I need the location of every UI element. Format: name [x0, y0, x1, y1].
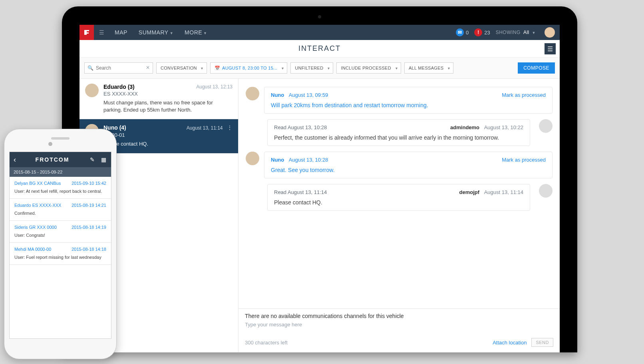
nav-map[interactable]: MAP — [109, 29, 133, 36]
message-thread: Nuno August 13, 09:59 Mark as processed … — [239, 79, 560, 308]
conversation-time: August 13, 11:14 — [187, 125, 223, 131]
message-from: Nuno — [271, 92, 284, 98]
phone-item-msg: User: Congrats! — [14, 233, 106, 238]
caret-down-icon: ▼ — [170, 31, 173, 35]
message-driver: Nuno August 13, 10:28 Mark as processed … — [246, 152, 553, 178]
phone-item-msg: Confirmed. — [14, 211, 106, 216]
alert-icon: ! — [474, 28, 482, 36]
app-screen: ☰ MAP SUMMARY▼ MORE▼ ✉ 0 ! 23 SHOWING Al… — [80, 25, 560, 352]
filter-allmessages[interactable]: ALL MESSAGES — [404, 62, 454, 74]
mark-processed-link[interactable]: Mark as processed — [502, 157, 546, 163]
hamburger-icon[interactable]: ☰ — [94, 29, 109, 36]
conversation-snippet: Please contact HQ. — [103, 140, 233, 148]
message-from: admindemo — [450, 124, 479, 130]
conversation-sub: ES XXXX-XXX — [103, 91, 233, 97]
phone-item-name: Eduardo ES XXXX-XXX — [14, 203, 61, 208]
message-from: Nuno — [271, 157, 284, 163]
thread-panel: Nuno August 13, 09:59 Mark as processed … — [239, 79, 560, 352]
mail-count: 0 — [466, 30, 469, 36]
phone-list-item[interactable]: Sideris GR XXX 00002015-08-18 14:19 User… — [10, 221, 111, 243]
avatar — [539, 184, 553, 198]
phone-list: Delyan BG XX CANBus2015-09-10 15:42 User… — [10, 177, 111, 338]
composer: There are no available communications ch… — [239, 308, 560, 352]
no-channel-warning: There are no available communications ch… — [245, 313, 553, 319]
user-avatar[interactable] — [545, 27, 555, 38]
brand-logo-icon — [83, 29, 90, 36]
caret-down-icon: ▼ — [203, 31, 207, 35]
alert-badge[interactable]: ! 23 — [474, 28, 490, 36]
alert-count: 23 — [484, 30, 490, 36]
message-read: Read August 13, 10:28 — [274, 124, 327, 130]
phone-list-item[interactable]: Delyan BG XX CANBus2015-09-10 15:42 User… — [10, 177, 111, 199]
message-bubble: Read August 13, 11:14 demojpf August 13,… — [267, 184, 530, 211]
filter-bar: 🔍 ✕ CONVERSATION 📅 AUGUST 8, 23:00 TO 15… — [80, 58, 560, 79]
page-title: INTERACT — [298, 44, 341, 53]
search-box: 🔍 ✕ — [84, 62, 153, 74]
phone-item-msg: User: Fuel report missing for last wedne… — [14, 255, 106, 260]
composer-placeholder[interactable]: Type your message here — [245, 322, 553, 328]
message-reply: Read August 13, 10:28 admindemo August 1… — [267, 119, 553, 146]
message-bubble: Read August 13, 10:28 admindemo August 1… — [267, 119, 530, 146]
showing-value: All — [523, 30, 529, 35]
phone-item-time: 2015-08-19 14:21 — [72, 203, 106, 208]
back-icon[interactable]: ‹ — [14, 156, 16, 164]
message-time: August 13, 11:14 — [484, 189, 523, 195]
laptop-frame: ☰ MAP SUMMARY▼ MORE▼ ✉ 0 ! 23 SHOWING Al… — [62, 6, 577, 352]
message-text: Please contact HQ. — [274, 199, 523, 206]
conversation-time: August 13, 12:13 — [196, 84, 233, 90]
search-icon: 🔍 — [87, 65, 93, 71]
phone-list-item[interactable]: Mehdi MA 0000-002015-08-18 14:18 User: F… — [10, 243, 111, 265]
nav-summary-label: SUMMARY — [139, 29, 169, 36]
nav-more[interactable]: MORE▼ — [179, 29, 213, 36]
compose-button[interactable]: COMPOSE — [518, 62, 555, 74]
phone-date-range: 2015-08-15 - 2015-09-22 — [10, 167, 111, 177]
calendar-icon: 📅 — [215, 66, 220, 71]
phone-item-time: 2015-08-18 14:19 — [72, 225, 106, 230]
phone-item-time: 2015-08-18 14:18 — [72, 247, 106, 252]
mail-badge[interactable]: ✉ 0 — [456, 28, 469, 36]
char-counter: 300 characters left — [245, 340, 288, 346]
filter-daterange-label: AUGUST 8, 23:00 TO 15... — [222, 66, 277, 70]
conversation-menu-icon[interactable]: ⋮ — [227, 124, 233, 131]
phone-item-time: 2015-09-10 15:42 — [72, 181, 106, 186]
calendar-icon[interactable]: ▦ — [100, 156, 107, 163]
filter-processed[interactable]: INCLUDE PROCESSED — [336, 62, 401, 74]
phone-item-name: Delyan BG XX CANBus — [14, 181, 61, 186]
search-input[interactable] — [84, 62, 153, 74]
filter-daterange[interactable]: 📅 AUGUST 8, 23:00 TO 15... — [210, 62, 287, 74]
avatar — [246, 152, 259, 165]
mark-processed-link[interactable]: Mark as processed — [502, 92, 546, 98]
phone-list-item[interactable]: Eduardo ES XXXX-XXX2015-08-19 14:21 Conf… — [10, 199, 111, 221]
avatar — [246, 87, 259, 100]
phone-header: ‹ FROTCOM ✎ ▦ — [10, 152, 111, 167]
message-read: Read August 13, 11:14 — [274, 189, 327, 195]
brand-logo[interactable] — [80, 25, 94, 40]
filter-unfiltered[interactable]: UNFILTERED — [290, 62, 333, 74]
message-bubble: Nuno August 13, 10:28 Mark as processed … — [264, 152, 553, 178]
avatar — [85, 84, 99, 97]
message-time: August 13, 10:28 — [289, 157, 328, 163]
mail-icon: ✉ — [456, 28, 464, 36]
phone-frame: ‹ FROTCOM ✎ ▦ 2015-08-15 - 2015-09-22 De… — [4, 129, 117, 359]
send-button[interactable]: SEND — [531, 338, 553, 347]
showing-selector[interactable]: SHOWING All ▼ — [496, 30, 536, 35]
phone-screen: ‹ FROTCOM ✎ ▦ 2015-08-15 - 2015-09-22 De… — [9, 152, 111, 339]
main-split: Eduardo (3) August 13, 12:13 ES XXXX-XXX… — [80, 79, 560, 352]
page-title-bar: INTERACT ☰ — [80, 40, 560, 58]
message-time: August 13, 09:59 — [289, 92, 328, 98]
conversation-item[interactable]: Eduardo (3) August 13, 12:13 ES XXXX-XXX… — [80, 79, 238, 119]
message-from: demojpf — [459, 189, 480, 195]
avatar — [539, 119, 553, 133]
clear-search-icon[interactable]: ✕ — [146, 65, 150, 70]
message-text: Great. See you tomorrow. — [271, 167, 546, 173]
phone-item-name: Sideris GR XXX 0000 — [14, 225, 57, 230]
top-navbar: ☰ MAP SUMMARY▼ MORE▼ ✉ 0 ! 23 SHOWING Al… — [80, 25, 560, 40]
page-menu-button[interactable]: ☰ — [545, 43, 556, 54]
nav-summary[interactable]: SUMMARY▼ — [133, 29, 179, 36]
message-bubble: Nuno August 13, 09:59 Mark as processed … — [264, 87, 553, 114]
filter-conversation[interactable]: CONVERSATION — [156, 62, 207, 74]
message-driver: Nuno August 13, 09:59 Mark as processed … — [246, 87, 553, 114]
phone-title: FROTCOM — [20, 156, 85, 163]
edit-icon[interactable]: ✎ — [89, 156, 96, 163]
attach-location-link[interactable]: Attach location — [493, 340, 527, 346]
